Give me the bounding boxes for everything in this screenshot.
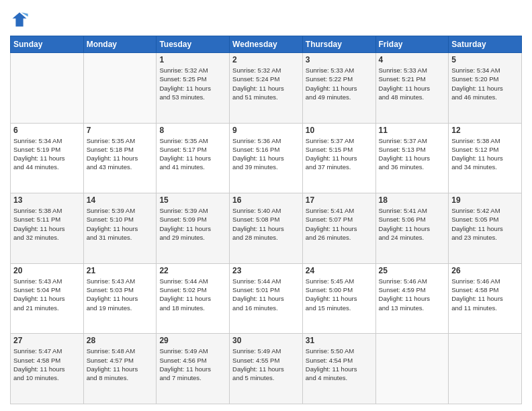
- day-number: 3: [306, 55, 373, 64]
- weekday-header: Wednesday: [230, 36, 303, 53]
- day-number: 19: [451, 195, 519, 205]
- day-info: Sunrise: 5:34 AM Sunset: 5:20 PM Dayligh…: [451, 66, 519, 101]
- day-info: Sunrise: 5:32 AM Sunset: 5:25 PM Dayligh…: [159, 66, 226, 101]
- day-number: 5: [451, 55, 519, 64]
- day-number: 27: [13, 336, 81, 345]
- day-info: Sunrise: 5:35 AM Sunset: 5:18 PM Dayligh…: [87, 136, 154, 172]
- day-number: 21: [87, 266, 154, 275]
- calendar-day-cell: 17Sunrise: 5:41 AM Sunset: 5:07 PM Dayli…: [302, 193, 375, 264]
- header: [10, 10, 522, 29]
- day-info: Sunrise: 5:46 AM Sunset: 4:58 PM Dayligh…: [451, 277, 519, 312]
- day-number: 23: [232, 266, 300, 275]
- calendar-day-cell: [449, 334, 522, 404]
- calendar-day-cell: [11, 53, 84, 124]
- day-number: 16: [232, 195, 300, 205]
- day-number: 10: [306, 126, 373, 135]
- day-number: 14: [87, 195, 154, 205]
- day-number: 29: [159, 336, 226, 345]
- day-number: 1: [159, 55, 226, 64]
- day-number: 26: [451, 266, 519, 275]
- calendar-day-cell: 10Sunrise: 5:37 AM Sunset: 5:15 PM Dayli…: [302, 123, 375, 193]
- day-number: 15: [159, 195, 226, 205]
- calendar-day-cell: 1Sunrise: 5:32 AM Sunset: 5:25 PM Daylig…: [157, 53, 230, 124]
- day-number: 31: [306, 336, 373, 345]
- calendar-week-row: 1Sunrise: 5:32 AM Sunset: 5:25 PM Daylig…: [11, 53, 522, 124]
- calendar-day-cell: [375, 334, 449, 404]
- day-info: Sunrise: 5:47 AM Sunset: 4:58 PM Dayligh…: [13, 347, 81, 382]
- calendar-day-cell: 9Sunrise: 5:36 AM Sunset: 5:16 PM Daylig…: [230, 123, 303, 193]
- day-info: Sunrise: 5:42 AM Sunset: 5:05 PM Dayligh…: [451, 206, 519, 242]
- weekday-header: Thursday: [302, 36, 375, 53]
- calendar-header: SundayMondayTuesdayWednesdayThursdayFrid…: [11, 36, 522, 53]
- day-number: 17: [306, 195, 373, 205]
- day-info: Sunrise: 5:36 AM Sunset: 5:16 PM Dayligh…: [232, 136, 300, 172]
- calendar-day-cell: 18Sunrise: 5:41 AM Sunset: 5:06 PM Dayli…: [375, 193, 449, 264]
- calendar-day-cell: 6Sunrise: 5:34 AM Sunset: 5:19 PM Daylig…: [11, 123, 84, 193]
- day-number: 13: [13, 195, 81, 205]
- day-number: 4: [379, 55, 446, 64]
- day-info: Sunrise: 5:38 AM Sunset: 5:11 PM Dayligh…: [13, 206, 81, 242]
- day-info: Sunrise: 5:39 AM Sunset: 5:10 PM Dayligh…: [87, 206, 154, 242]
- day-number: 11: [379, 126, 446, 135]
- day-number: 6: [13, 126, 81, 135]
- calendar-day-cell: 7Sunrise: 5:35 AM Sunset: 5:18 PM Daylig…: [83, 123, 157, 193]
- day-info: Sunrise: 5:34 AM Sunset: 5:19 PM Dayligh…: [13, 136, 81, 172]
- day-number: 25: [379, 266, 446, 275]
- day-number: 9: [232, 126, 300, 135]
- day-number: 8: [159, 126, 226, 135]
- calendar-day-cell: 8Sunrise: 5:35 AM Sunset: 5:17 PM Daylig…: [157, 123, 230, 193]
- day-number: 24: [306, 266, 373, 275]
- day-info: Sunrise: 5:46 AM Sunset: 4:59 PM Dayligh…: [379, 277, 446, 312]
- day-info: Sunrise: 5:48 AM Sunset: 4:57 PM Dayligh…: [87, 347, 154, 382]
- day-number: 12: [451, 126, 519, 135]
- calendar-day-cell: 29Sunrise: 5:49 AM Sunset: 4:56 PM Dayli…: [157, 334, 230, 404]
- day-number: 30: [232, 336, 300, 345]
- weekday-header: Saturday: [449, 36, 522, 53]
- day-info: Sunrise: 5:41 AM Sunset: 5:06 PM Dayligh…: [379, 206, 446, 242]
- calendar-day-cell: 21Sunrise: 5:43 AM Sunset: 5:03 PM Dayli…: [83, 263, 157, 334]
- day-info: Sunrise: 5:38 AM Sunset: 5:12 PM Dayligh…: [451, 136, 519, 172]
- day-info: Sunrise: 5:37 AM Sunset: 5:13 PM Dayligh…: [379, 136, 446, 172]
- calendar-day-cell: 31Sunrise: 5:50 AM Sunset: 4:54 PM Dayli…: [302, 334, 375, 404]
- calendar-day-cell: 13Sunrise: 5:38 AM Sunset: 5:11 PM Dayli…: [11, 193, 84, 264]
- calendar-day-cell: 19Sunrise: 5:42 AM Sunset: 5:05 PM Dayli…: [449, 193, 522, 264]
- day-info: Sunrise: 5:49 AM Sunset: 4:55 PM Dayligh…: [232, 347, 300, 382]
- logo-icon: [10, 10, 29, 29]
- logo: [10, 10, 32, 29]
- day-info: Sunrise: 5:39 AM Sunset: 5:09 PM Dayligh…: [159, 206, 226, 242]
- day-number: 22: [159, 266, 226, 275]
- day-number: 20: [13, 266, 81, 275]
- calendar-day-cell: 12Sunrise: 5:38 AM Sunset: 5:12 PM Dayli…: [449, 123, 522, 193]
- weekday-header: Tuesday: [157, 36, 230, 53]
- calendar-day-cell: 25Sunrise: 5:46 AM Sunset: 4:59 PM Dayli…: [375, 263, 449, 334]
- calendar-day-cell: 14Sunrise: 5:39 AM Sunset: 5:10 PM Dayli…: [83, 193, 157, 264]
- day-info: Sunrise: 5:43 AM Sunset: 5:03 PM Dayligh…: [87, 277, 154, 312]
- day-info: Sunrise: 5:50 AM Sunset: 4:54 PM Dayligh…: [306, 347, 373, 382]
- weekday-header: Sunday: [11, 36, 84, 53]
- page: SundayMondayTuesdayWednesdayThursdayFrid…: [0, 0, 532, 411]
- calendar-day-cell: 20Sunrise: 5:43 AM Sunset: 5:04 PM Dayli…: [11, 263, 84, 334]
- weekday-header: Friday: [375, 36, 449, 53]
- calendar-day-cell: 2Sunrise: 5:32 AM Sunset: 5:24 PM Daylig…: [230, 53, 303, 124]
- calendar-table: SundayMondayTuesdayWednesdayThursdayFrid…: [10, 36, 522, 404]
- day-number: 7: [87, 126, 154, 135]
- day-info: Sunrise: 5:35 AM Sunset: 5:17 PM Dayligh…: [159, 136, 226, 172]
- day-number: 18: [379, 195, 446, 205]
- weekday-header: Monday: [83, 36, 157, 53]
- calendar-day-cell: 15Sunrise: 5:39 AM Sunset: 5:09 PM Dayli…: [157, 193, 230, 264]
- calendar-day-cell: 22Sunrise: 5:44 AM Sunset: 5:02 PM Dayli…: [157, 263, 230, 334]
- calendar-day-cell: 30Sunrise: 5:49 AM Sunset: 4:55 PM Dayli…: [230, 334, 303, 404]
- day-info: Sunrise: 5:33 AM Sunset: 5:21 PM Dayligh…: [379, 66, 446, 101]
- day-info: Sunrise: 5:32 AM Sunset: 5:24 PM Dayligh…: [232, 66, 300, 101]
- calendar-day-cell: 5Sunrise: 5:34 AM Sunset: 5:20 PM Daylig…: [449, 53, 522, 124]
- calendar-day-cell: 23Sunrise: 5:44 AM Sunset: 5:01 PM Dayli…: [230, 263, 303, 334]
- calendar-week-row: 13Sunrise: 5:38 AM Sunset: 5:11 PM Dayli…: [11, 193, 522, 264]
- calendar-day-cell: 11Sunrise: 5:37 AM Sunset: 5:13 PM Dayli…: [375, 123, 449, 193]
- calendar-day-cell: 4Sunrise: 5:33 AM Sunset: 5:21 PM Daylig…: [375, 53, 449, 124]
- day-number: 2: [232, 55, 300, 64]
- calendar-week-row: 27Sunrise: 5:47 AM Sunset: 4:58 PM Dayli…: [11, 334, 522, 404]
- day-info: Sunrise: 5:45 AM Sunset: 5:00 PM Dayligh…: [306, 277, 373, 312]
- day-info: Sunrise: 5:43 AM Sunset: 5:04 PM Dayligh…: [13, 277, 81, 312]
- calendar-day-cell: 27Sunrise: 5:47 AM Sunset: 4:58 PM Dayli…: [11, 334, 84, 404]
- day-info: Sunrise: 5:44 AM Sunset: 5:01 PM Dayligh…: [232, 277, 300, 312]
